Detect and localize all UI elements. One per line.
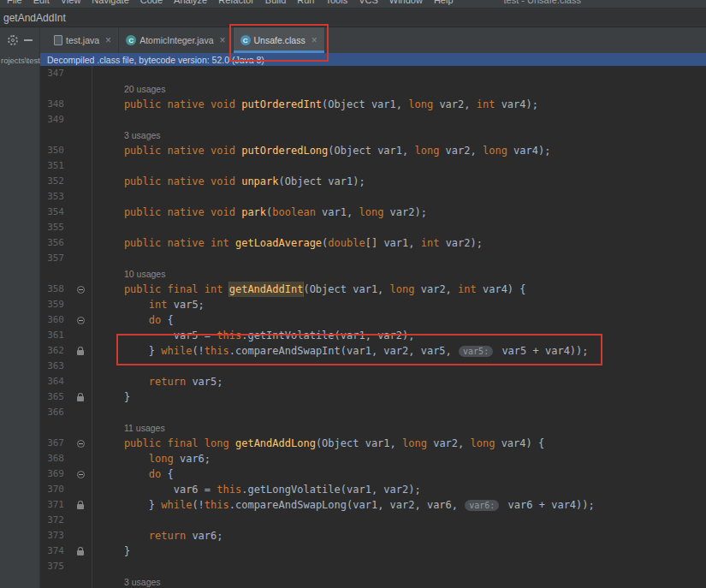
code-line[interactable]: 3 usages (92, 128, 706, 143)
usages-hint[interactable]: 3 usages (99, 128, 161, 143)
code-line[interactable] (92, 405, 706, 420)
menu-bar: FileEditViewNavigateCodeAnalyzeRefactorB… (0, 0, 706, 9)
usages-hint[interactable]: 3 usages (99, 574, 161, 588)
code-row: 10 usages (40, 266, 706, 282)
usages-query-bar[interactable]: getAndAddInt (0, 9, 706, 27)
code-line[interactable]: public native void putOrderedLong(Object… (92, 143, 706, 158)
code-line[interactable]: return var5; (92, 374, 706, 389)
code-line[interactable]: do { (92, 312, 706, 328)
gutter-cell (69, 436, 92, 451)
code-token (99, 528, 149, 543)
code-row: 369 do { (40, 466, 706, 482)
code-line[interactable] (92, 359, 706, 374)
gear-icon[interactable] (8, 35, 18, 45)
tab-atomicinteger-java[interactable]: CAtomicInteger.java× (119, 27, 233, 53)
menu-item[interactable]: Edit (33, 0, 50, 5)
code-line[interactable]: 20 usages (92, 81, 706, 97)
code-token: double (328, 235, 365, 251)
decompiled-banner: Decompiled .class file, bytecode version… (40, 53, 706, 66)
code-line[interactable]: public final long getAndAddLong(Object v… (92, 436, 706, 451)
code-token: [] var1, (365, 235, 421, 251)
code-line[interactable]: public native void unpark(Object var1); (92, 174, 706, 189)
menu-item[interactable]: Build (265, 0, 286, 5)
code-line[interactable]: } while(!this.compareAndSwapInt(var1, va… (92, 343, 706, 359)
code-line[interactable]: long var6; (92, 451, 706, 466)
code-line[interactable]: int var5; (92, 297, 706, 312)
line-number: 360 (40, 312, 69, 328)
line-number: 374 (40, 543, 69, 559)
menu-item[interactable]: Tools (325, 0, 347, 5)
tab-unsafe-class[interactable]: CUnsafe.class× (234, 27, 325, 53)
menu-item[interactable]: Run (297, 0, 314, 5)
line-number: 356 (40, 235, 69, 251)
menu-item[interactable]: Analyze (174, 0, 207, 5)
code-token: return (149, 528, 186, 543)
menu-item[interactable]: Navigate (92, 0, 128, 5)
usages-hint[interactable]: 20 usages (99, 81, 165, 97)
code-token: } (99, 543, 130, 559)
menu-item[interactable]: Refactor (218, 0, 254, 5)
menu-item[interactable]: View (61, 0, 81, 5)
code-line[interactable]: } (92, 543, 706, 559)
menu-item[interactable]: File (7, 0, 22, 5)
code-line[interactable]: do { (92, 466, 706, 482)
code-line[interactable] (92, 220, 706, 235)
inline-parameter-hint: var5: (459, 346, 493, 357)
line-number: 367 (40, 436, 69, 451)
menu-item[interactable]: Help (434, 0, 454, 5)
fold-start-icon[interactable] (77, 471, 85, 478)
code-token: while (161, 343, 192, 359)
fold-end-icon[interactable] (77, 550, 84, 555)
usages-hint[interactable]: 11 usages (99, 420, 165, 436)
gutter-cell (69, 266, 92, 282)
code-line[interactable] (92, 189, 706, 205)
code-line[interactable] (92, 513, 706, 528)
fold-end-icon[interactable] (77, 396, 84, 401)
gutter-cell (69, 574, 92, 588)
close-icon[interactable]: × (105, 36, 111, 45)
fold-end-icon[interactable] (77, 504, 84, 509)
code-line[interactable]: public final int getAndAddInt(Object var… (92, 282, 706, 297)
line-number: 363 (40, 359, 69, 374)
code-line[interactable] (92, 158, 706, 174)
project-tool-strip: rojects\test (0, 27, 40, 588)
fold-start-icon[interactable] (77, 440, 85, 448)
hide-panel-icon[interactable] (24, 39, 33, 41)
class-icon: C (126, 35, 136, 45)
code-line[interactable]: return var6; (92, 528, 706, 543)
fold-start-icon[interactable] (77, 286, 85, 294)
code-line[interactable]: var6 = this.getLongVolatile(var1, var2); (92, 482, 706, 497)
menu-item[interactable]: VCS (359, 0, 378, 5)
line-number: 372 (40, 513, 69, 528)
usages-hint[interactable]: 10 usages (99, 266, 165, 282)
tab-test-java[interactable]: test.java× (47, 27, 119, 53)
code-token: do (149, 466, 161, 482)
close-icon[interactable]: × (220, 36, 226, 45)
fold-end-icon[interactable] (77, 350, 84, 355)
inline-parameter-hint: var6: (465, 500, 499, 511)
code-line[interactable]: } while(!this.compareAndSwapLong(var1, v… (92, 497, 706, 513)
code-token: (Object var1, (328, 143, 414, 158)
code-line[interactable]: public native int getLoadAverage(double[… (92, 235, 706, 251)
code-line[interactable]: 11 usages (92, 420, 706, 436)
code-line[interactable] (92, 251, 706, 266)
project-path-fragment: rojects\test (1, 56, 40, 65)
line-number (40, 81, 69, 97)
close-icon[interactable]: × (311, 36, 317, 45)
code-line[interactable]: 3 usages (92, 574, 706, 588)
code-line[interactable]: } (92, 389, 706, 405)
code-line[interactable]: 10 usages (92, 266, 706, 282)
class-icon: C (240, 35, 251, 45)
code-line[interactable]: public native void putOrderedInt(Object … (92, 97, 706, 112)
menu-item[interactable]: Code (140, 0, 163, 5)
menu-item[interactable]: Window (389, 0, 423, 5)
code-line[interactable]: var5 = this.getIntVolatile(var1, var2); (92, 328, 706, 343)
code-line[interactable]: public native void park(boolean var1, lo… (92, 205, 706, 220)
code-line[interactable] (92, 112, 706, 128)
editor[interactable]: 34720 usages348 public native void putOr… (40, 66, 706, 588)
fold-start-icon[interactable] (77, 317, 85, 324)
code-row: 347 (40, 66, 706, 81)
code-line[interactable] (92, 66, 706, 81)
code-token: public native void (99, 97, 241, 112)
code-line[interactable] (92, 559, 706, 574)
